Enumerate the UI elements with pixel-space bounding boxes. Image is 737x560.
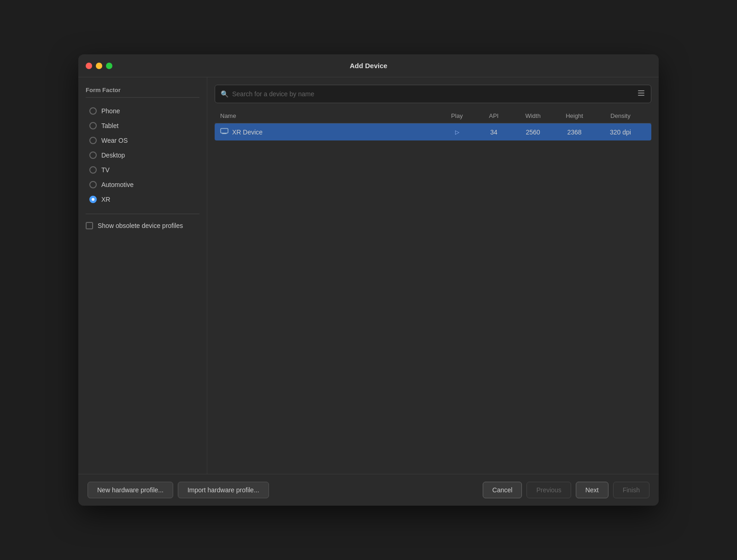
device-name: XR Device bbox=[232, 128, 263, 136]
footer-left: New hardware profile... Import hardware … bbox=[88, 482, 483, 498]
show-obsolete-checkbox-item[interactable]: Show obsolete device profiles bbox=[86, 222, 199, 231]
previous-button[interactable]: Previous bbox=[526, 482, 571, 498]
height-cell: 2368 bbox=[554, 128, 595, 136]
col-play: Play bbox=[439, 112, 475, 119]
play-cell: ▷ bbox=[439, 129, 475, 135]
radio-xr bbox=[89, 196, 97, 203]
close-button[interactable] bbox=[86, 63, 92, 69]
radio-tablet bbox=[89, 122, 97, 129]
col-width: Width bbox=[512, 112, 554, 119]
window-controls bbox=[86, 63, 112, 69]
new-hardware-profile-button[interactable]: New hardware profile... bbox=[88, 482, 173, 498]
minimize-button[interactable] bbox=[96, 63, 102, 69]
sidebar-item-tv[interactable]: TV bbox=[86, 163, 199, 177]
list-view-icon[interactable] bbox=[637, 89, 645, 99]
device-table: Name Play API Width Height Density bbox=[215, 109, 651, 467]
import-hardware-profile-button[interactable]: Import hardware profile... bbox=[178, 482, 269, 498]
add-device-dialog: Add Device Form Factor Phone Tablet bbox=[78, 54, 659, 506]
radio-automotive bbox=[89, 181, 97, 188]
api-cell: 34 bbox=[475, 128, 512, 136]
sidebar-item-xr[interactable]: XR bbox=[86, 192, 199, 206]
desktop-label: Desktop bbox=[101, 152, 125, 159]
sidebar-item-automotive[interactable]: Automotive bbox=[86, 178, 199, 192]
col-name: Name bbox=[220, 112, 439, 119]
phone-label: Phone bbox=[101, 107, 120, 115]
footer-right: Cancel Previous Next Finish bbox=[483, 482, 649, 498]
search-bar: 🔍 bbox=[215, 85, 651, 103]
radio-wear-os bbox=[89, 137, 97, 144]
xr-label: XR bbox=[101, 196, 110, 203]
sidebar-item-desktop[interactable]: Desktop bbox=[86, 148, 199, 162]
show-obsolete-checkbox[interactable] bbox=[86, 222, 93, 229]
main-content: 🔍 Name Play API Width bbox=[207, 77, 659, 474]
maximize-button[interactable] bbox=[106, 63, 112, 69]
show-obsolete-label: Show obsolete device profiles bbox=[98, 222, 183, 231]
finish-button[interactable]: Finish bbox=[613, 482, 649, 498]
radio-phone bbox=[89, 107, 97, 115]
svg-rect-0 bbox=[638, 90, 644, 91]
svg-rect-2 bbox=[638, 95, 644, 96]
radio-list: Phone Tablet Wear OS Desktop bbox=[86, 104, 199, 206]
cancel-button[interactable]: Cancel bbox=[483, 482, 522, 498]
table-header: Name Play API Width Height Density bbox=[215, 109, 651, 123]
svg-rect-4 bbox=[222, 133, 227, 134]
svg-rect-3 bbox=[221, 128, 228, 133]
tablet-label: Tablet bbox=[101, 122, 118, 129]
dialog-footer: New hardware profile... Import hardware … bbox=[78, 474, 659, 506]
device-icon bbox=[220, 128, 228, 136]
sidebar: Form Factor Phone Tablet Wear OS bbox=[78, 77, 207, 474]
title-bar: Add Device bbox=[78, 54, 659, 77]
search-input[interactable] bbox=[232, 90, 633, 98]
search-icon: 🔍 bbox=[221, 90, 228, 98]
sidebar-divider bbox=[86, 214, 199, 214]
width-cell: 2560 bbox=[512, 128, 554, 136]
density-cell: 320 dpi bbox=[595, 128, 646, 136]
table-row[interactable]: XR Device ▷ 34 2560 2368 320 dpi bbox=[215, 123, 651, 140]
svg-rect-1 bbox=[638, 93, 644, 93]
form-factor-label: Form Factor bbox=[86, 87, 199, 98]
col-height: Height bbox=[554, 112, 595, 119]
wear-os-label: Wear OS bbox=[101, 137, 128, 144]
device-name-cell: XR Device bbox=[220, 128, 439, 136]
sidebar-item-wear-os[interactable]: Wear OS bbox=[86, 134, 199, 147]
dialog-body: Form Factor Phone Tablet Wear OS bbox=[78, 77, 659, 474]
automotive-label: Automotive bbox=[101, 181, 134, 188]
next-button[interactable]: Next bbox=[576, 482, 608, 498]
radio-desktop bbox=[89, 152, 97, 159]
sidebar-item-phone[interactable]: Phone bbox=[86, 104, 199, 118]
dialog-title: Add Device bbox=[350, 62, 387, 70]
tv-label: TV bbox=[101, 166, 110, 174]
col-api: API bbox=[475, 112, 512, 119]
table-body: XR Device ▷ 34 2560 2368 320 dpi bbox=[215, 123, 651, 467]
col-density: Density bbox=[595, 112, 646, 119]
sidebar-item-tablet[interactable]: Tablet bbox=[86, 119, 199, 133]
radio-tv bbox=[89, 166, 97, 174]
